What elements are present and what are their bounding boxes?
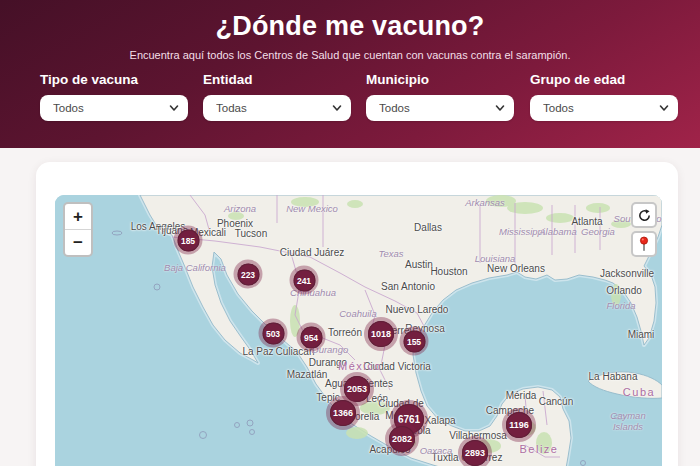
cluster-marker[interactable]: 2082 <box>385 422 419 456</box>
cluster-marker[interactable]: 155 <box>400 327 429 356</box>
select-wrapper: Todas <box>203 95 351 121</box>
cluster-marker[interactable]: 185 <box>174 226 203 255</box>
cluster-count: 1018 <box>368 321 394 347</box>
cluster-marker[interactable]: 241 <box>290 266 319 295</box>
cluster-count: 223 <box>237 263 259 285</box>
filter-tipo-de-vacuna: Tipo de vacuna Todos <box>40 72 188 121</box>
cluster-count: 241 <box>293 269 315 291</box>
cluster-marker[interactable]: 1018 <box>364 317 398 351</box>
filter-label-municipio: Municipio <box>366 72 514 87</box>
page-title: ¿Dónde me vacuno? <box>0 0 700 42</box>
municipio-select[interactable]: Todos <box>366 95 514 121</box>
select-wrapper: Todos <box>40 95 188 121</box>
grupo-de-edad-select[interactable]: Todos <box>530 95 678 121</box>
refresh-button[interactable] <box>631 202 657 228</box>
tipo-de-vacuna-select[interactable]: Todos <box>40 95 188 121</box>
zoom-in-button[interactable]: + <box>65 204 91 230</box>
cluster-count: 503 <box>262 322 284 344</box>
filter-label-entidad: Entidad <box>203 72 351 87</box>
filter-entidad: Entidad Todas <box>203 72 351 121</box>
map-canvas[interactable]: + − Los AngelesPhoenixTucsonTijuanaMexic… <box>55 195 662 466</box>
cluster-marker[interactable]: 954 <box>297 323 326 352</box>
filter-municipio: Municipio Todos <box>366 72 514 121</box>
zoom-out-button[interactable]: − <box>65 230 91 255</box>
cluster-count: 1366 <box>330 400 356 426</box>
page: ¿Dónde me vacuno? Encuentra aquí todos l… <box>0 0 700 466</box>
cluster-count: 1196 <box>506 412 532 438</box>
basemap-tiles <box>55 195 662 466</box>
cluster-marker[interactable]: 223 <box>234 260 263 289</box>
location-pin-icon <box>637 236 651 252</box>
cluster-count: 2082 <box>389 426 415 452</box>
filter-grupo-de-edad: Grupo de edad Todos <box>530 72 678 121</box>
cluster-marker[interactable]: 1196 <box>502 408 536 442</box>
locate-pin-button[interactable] <box>631 231 657 257</box>
cluster-marker[interactable]: 503 <box>259 319 288 348</box>
cluster-count: 954 <box>300 326 322 348</box>
filter-label-grupo: Grupo de edad <box>530 72 678 87</box>
map-card: + − Los AngelesPhoenixTucsonTijuanaMexic… <box>36 162 678 466</box>
zoom-control: + − <box>63 202 93 257</box>
page-subtitle: Encuentra aquí todos los Centros de Salu… <box>0 49 700 61</box>
header-band: ¿Dónde me vacuno? Encuentra aquí todos l… <box>0 0 700 148</box>
cluster-marker[interactable]: 1366 <box>326 396 360 430</box>
select-wrapper: Todos <box>366 95 514 121</box>
filter-label-tipo: Tipo de vacuna <box>40 72 188 87</box>
cluster-count: 185 <box>177 229 199 251</box>
select-wrapper: Todos <box>530 95 678 121</box>
cluster-count: 2893 <box>462 440 488 466</box>
refresh-icon <box>637 208 652 223</box>
cluster-marker[interactable]: 2893 <box>458 436 492 466</box>
cluster-count: 155 <box>403 330 425 352</box>
entidad-select[interactable]: Todas <box>203 95 351 121</box>
